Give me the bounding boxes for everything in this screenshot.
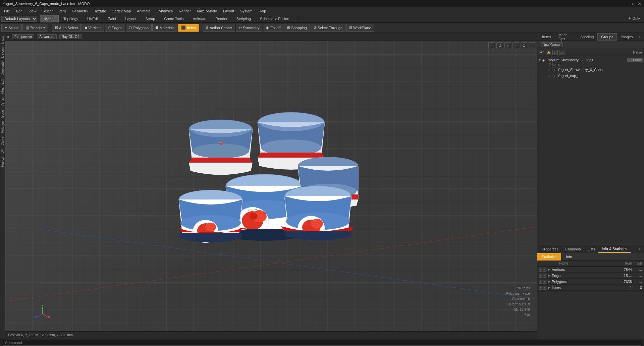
tab-uvedit[interactable]: UVEdit (83, 15, 103, 22)
menu-file[interactable]: File (1, 8, 13, 14)
tree-item-child-1[interactable]: ▷ ⬡ Yogurt_Strawberry_6_Cups (537, 67, 644, 73)
sidebar-uv[interactable]: UV (0, 148, 5, 155)
materials-button[interactable]: ⬢ Materials (152, 24, 178, 32)
expand-icon[interactable]: ▼ (538, 58, 542, 62)
stats-tab-info[interactable]: Info (561, 253, 577, 261)
polygons-arrow[interactable]: ▶ (548, 280, 550, 283)
menu-maxtomodo[interactable]: MaxToModo (194, 8, 220, 14)
bottom-tab-lists[interactable]: Lists (584, 245, 599, 253)
sidebar-basic[interactable]: Basic (0, 34, 5, 45)
menu-layout[interactable]: Layout (220, 8, 237, 14)
viewport-dot[interactable] (7, 36, 9, 38)
sidebar-mesh-edit[interactable]: Mesh Edit (0, 77, 5, 95)
groups-lock-btn[interactable]: 🔒 (546, 50, 551, 55)
expand-btn[interactable]: ⤡ (529, 42, 535, 49)
tab-render[interactable]: Render (211, 15, 232, 22)
bottom-tab-info[interactable]: Info & Statistics (598, 245, 631, 253)
advanced-btn[interactable]: Advanced (37, 34, 56, 39)
menu-texture[interactable]: Texture (92, 8, 109, 14)
menu-geometry[interactable]: Geometry (69, 8, 91, 14)
right-tab-items[interactable]: Items (538, 33, 555, 41)
sidebar-duplicate[interactable]: Duplicate (0, 60, 5, 77)
refresh-btn[interactable]: ↺ (496, 42, 503, 49)
sidebar-curve[interactable]: Curve (0, 135, 5, 147)
tree-item-group-root[interactable]: ▼ ◈ Yogurt_Strawberry_6_Cups 2 : Group (537, 57, 644, 63)
tab-layout[interactable]: Layout (121, 15, 141, 22)
edges-tilde-btn[interactable]: ~ (543, 274, 546, 278)
symmetry-button[interactable]: ⇔ Symmetry (236, 24, 263, 32)
close-btn[interactable]: ✕ (638, 1, 641, 6)
items-arrow[interactable]: ▶ (548, 286, 550, 289)
right-tab-shading[interactable]: Shading (577, 33, 597, 41)
edges-minus-btn[interactable]: − (539, 274, 542, 278)
menu-system[interactable]: System (237, 8, 255, 14)
polygons-button[interactable]: ⬡ Polygons (126, 24, 151, 32)
items-tilde-btn[interactable]: ~ (543, 286, 546, 290)
presets-button[interactable]: ▤ Presets ▾ (22, 24, 48, 32)
menu-animate[interactable]: Animate (134, 8, 153, 14)
bottom-tab-properties[interactable]: Properties (538, 245, 562, 253)
menu-view[interactable]: View (26, 8, 39, 14)
right-tab-images[interactable]: Images (617, 33, 636, 41)
zoom-out-btn[interactable]: − (513, 42, 519, 49)
menu-edit[interactable]: Edit (13, 8, 25, 14)
vertices-arrow[interactable]: ▶ (548, 268, 550, 271)
edges-arrow[interactable]: ▶ (548, 274, 550, 277)
add-tab-btn[interactable]: + (294, 15, 302, 22)
command-input[interactable] (3, 340, 641, 346)
groups-eye-btn[interactable]: 👁 (539, 50, 544, 55)
minimize-btn[interactable]: ─ (627, 1, 630, 6)
zoom-in-btn[interactable]: + (504, 42, 511, 49)
right-tab-meshops[interactable]: Mesh Ops (555, 33, 577, 41)
sidebar-vertex[interactable]: Vertex (0, 96, 5, 108)
viewport-canvas[interactable]: ⤢ ↺ + − ⚙ ⤡ 🍓 (5, 41, 537, 331)
vertices-button[interactable]: ◆ Vertices (82, 24, 104, 32)
menu-vertex-map[interactable]: Vertex Map (110, 8, 134, 14)
vertices-tilde-btn[interactable]: ~ (543, 268, 546, 272)
tab-animate[interactable]: Animate (189, 15, 211, 22)
menu-item[interactable]: Item (56, 8, 68, 14)
stats-tab-statistics[interactable]: Statistics (537, 253, 561, 261)
groups-render-btn[interactable]: ◻ (552, 50, 558, 55)
sidebar-deform[interactable]: Deform (0, 46, 5, 59)
child2-expand[interactable]: ▷ (548, 74, 552, 77)
sculpt-button[interactable]: ✦ Sculpt (1, 24, 22, 32)
vertices-minus-btn[interactable]: − (539, 268, 542, 272)
tab-schematic[interactable]: Schematic Fusion (256, 15, 293, 22)
bottom-tab-channels[interactable]: Channels (562, 245, 584, 253)
menu-render[interactable]: Render (176, 8, 194, 14)
falloff-button[interactable]: ◉ Falloff (263, 24, 283, 32)
star-only[interactable]: ★ Only (625, 16, 643, 21)
edges-button[interactable]: ◇ Edges (105, 24, 125, 32)
child1-expand[interactable]: ▷ (548, 68, 552, 71)
bottom-tab-add[interactable]: + (637, 246, 643, 252)
tree-item-child-2[interactable]: ▷ ⬡ Yogurt_cup_1 (537, 73, 644, 79)
settings-btn[interactable]: ⚙ (521, 42, 527, 49)
menu-help[interactable]: Help (256, 8, 269, 14)
action-center-button[interactable]: ⊕ Action Center (203, 24, 235, 32)
new-group-btn[interactable]: New Group (540, 42, 563, 47)
sidebar-edge[interactable]: Edge (0, 109, 5, 119)
layout-dropdown[interactable]: Default Layouts (1, 16, 37, 22)
items-button[interactable]: ⬛ Items (178, 24, 199, 32)
sidebar-polygon[interactable]: Polygon (0, 120, 5, 134)
groups-misc-btn[interactable]: … (559, 50, 565, 55)
items-minus-btn[interactable]: − (539, 286, 542, 290)
select-through-button[interactable]: ⊠ Select Through (311, 24, 345, 32)
menu-dynamics[interactable]: Dynamics (154, 8, 175, 14)
tab-setup[interactable]: Setup (141, 15, 159, 22)
tab-model[interactable]: Model (40, 15, 59, 22)
snapping-button[interactable]: ⊞ Snapping (284, 24, 310, 32)
maximize-btn[interactable]: □ (632, 1, 635, 6)
auto-select-button[interactable]: ⊡ Auto Select (52, 24, 81, 32)
tab-paint[interactable]: Paint (103, 15, 120, 22)
workplane-button[interactable]: ⊟ WorkPlane (346, 24, 374, 32)
right-tab-groups[interactable]: Groups (597, 33, 617, 41)
sidebar-fusion[interactable]: Fusion (0, 156, 5, 168)
polygons-tilde-btn[interactable]: ~ (543, 280, 546, 284)
perspective-btn[interactable]: Perspective (12, 34, 34, 39)
fit-view-btn[interactable]: ⤢ (488, 42, 495, 49)
right-tab-add[interactable]: + (637, 34, 643, 40)
tab-topology[interactable]: Topology (59, 15, 83, 22)
menu-select[interactable]: Select (40, 8, 55, 14)
